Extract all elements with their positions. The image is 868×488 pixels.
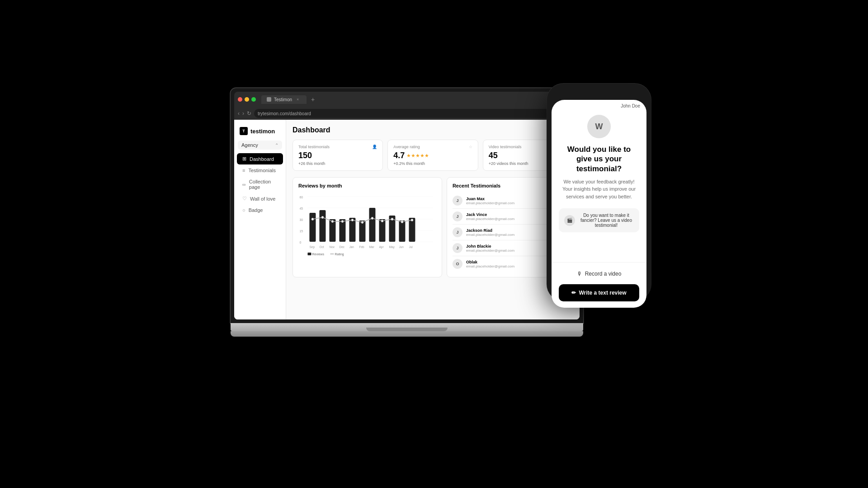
collection-icon: ∞ [242, 182, 246, 187]
svg-point-31 [411, 219, 413, 221]
testimonial-email: email.placeholder@gmail.com [466, 217, 560, 221]
refresh-button[interactable]: ↻ [247, 110, 251, 117]
bottom-row: Reviews by month 60 45 30 15 0 [292, 177, 573, 277]
browser-tab[interactable]: Testimon × [261, 95, 307, 104]
text-review-label: Write a text review [579, 290, 626, 296]
sidebar-item-label: Collection page [249, 179, 278, 190]
svg-point-21 [311, 218, 314, 221]
testimonial-info: Jackson Riad email.placeholder@gmail.com [466, 228, 560, 237]
phone-body: W Would you like to give us your testimo… [552, 110, 646, 262]
sidebar-item-label: Testimonials [248, 168, 276, 173]
sidebar-item-label: Badge [249, 207, 263, 213]
svg-text:Jan: Jan [349, 245, 354, 249]
avatar: O [453, 259, 462, 269]
testimonial-info: Oblak email.placeholder@gmail.com [466, 260, 560, 268]
svg-rect-16 [369, 208, 375, 242]
write-text-review-button[interactable]: ✏ Write a text review [559, 284, 639, 301]
svg-rect-19 [399, 221, 405, 242]
phone-header: John Doe [552, 100, 646, 110]
avatar: J [453, 227, 462, 237]
stat-sub-total: +26 this month [298, 161, 377, 166]
phone-device: John Doe W Would you like to give us you… [547, 84, 651, 300]
forward-button[interactable]: › [242, 110, 244, 117]
logo-icon: T [240, 127, 248, 135]
testimonial-email: email.placeholder@gmail.com [466, 249, 560, 253]
record-label: Record a video [585, 271, 622, 277]
sidebar-item-badge[interactable]: ○ Badge [237, 205, 283, 216]
sidebar: T testimon Agency ⌃ ⊞ Dashboard ≡ Testim… [234, 120, 286, 319]
new-tab-button[interactable]: + [311, 96, 315, 103]
testimonial-email: email.placeholder@gmail.com [466, 201, 560, 205]
svg-point-30 [401, 221, 403, 223]
stat-label-rating: Average rating [393, 145, 420, 149]
sidebar-item-collection[interactable]: ∞ Collection page [237, 176, 283, 192]
svg-point-24 [341, 221, 344, 223]
sidebar-item-dashboard[interactable]: ⊞ Dashboard [237, 153, 283, 164]
sidebar-item-testimonials[interactable]: ≡ Testimonials [237, 165, 283, 176]
stat-sub-rating: +0.2% this month [393, 161, 472, 166]
phone-description: We value your feedback greatly! Your ins… [559, 178, 639, 201]
testimonial-name: Jackson Riad [466, 228, 560, 233]
browser-chrome: Testimon × + [234, 92, 580, 107]
badge-icon: ○ [242, 207, 245, 213]
stat-icon-user: 👤 [372, 145, 377, 149]
sidebar-item-label: Dashboard [250, 156, 274, 162]
svg-text:30: 30 [299, 218, 303, 221]
video-prompt-card[interactable]: 🎬 Do you want to make it fancier? Leave … [559, 208, 639, 232]
svg-rect-15 [359, 221, 365, 242]
back-button[interactable]: ‹ [238, 110, 240, 117]
svg-point-29 [391, 218, 393, 221]
testimonial-name: John Blackie [466, 244, 560, 249]
svg-text:Feb: Feb [359, 245, 364, 249]
laptop: Testimon × + ‹ › ↻ trytesimon.com/dashbo… [231, 88, 583, 350]
sidebar-item-label: Wall of love [250, 196, 275, 202]
stat-value-rating: 4.7 [393, 151, 405, 160]
browser-nav: ‹ › ↻ trytesimon.com/dashboard ⊕ 👤 ⋮ [234, 107, 580, 120]
traffic-lights [238, 97, 256, 102]
mic-icon: 🎙 [577, 271, 582, 277]
heart-icon: ♡ [242, 196, 247, 202]
svg-text:Oct: Oct [319, 245, 324, 249]
svg-point-28 [381, 220, 383, 222]
svg-rect-43 [307, 253, 311, 255]
avatar: J [453, 196, 462, 206]
record-video-button[interactable]: 🎙 Record a video [559, 267, 639, 281]
testimonials-icon: ≡ [242, 168, 245, 173]
tab-close-button[interactable]: × [297, 97, 299, 102]
testimonial-info: Juan Max email.placeholder@gmail.com [466, 197, 560, 205]
address-bar[interactable]: trytesimon.com/dashboard [254, 109, 553, 118]
laptop-notch [366, 328, 448, 331]
svg-text:May: May [389, 245, 395, 249]
browser-content: T testimon Agency ⌃ ⊞ Dashboard ≡ Testim… [234, 120, 580, 319]
svg-text:Dec: Dec [339, 245, 344, 249]
logo-text: testimon [250, 128, 275, 135]
url-text: trytesimon.com/dashboard [258, 111, 311, 116]
dashboard-icon: ⊞ [242, 156, 246, 162]
minimize-window-button[interactable] [245, 97, 249, 102]
maximize-window-button[interactable] [251, 97, 256, 102]
svg-text:Apr: Apr [379, 245, 384, 249]
agency-selector[interactable]: Agency ⌃ [238, 141, 282, 150]
svg-point-27 [371, 217, 373, 220]
stat-card-rating: Average rating ☆ 4.7 ★★★★★ +0.2% this mo… [387, 140, 478, 171]
sidebar-item-wall[interactable]: ♡ Wall of love [237, 193, 283, 204]
stat-label-video: Video testimonials [489, 145, 522, 149]
svg-text:Jun: Jun [399, 245, 404, 249]
testimonial-info: John Blackie email.placeholder@gmail.com [466, 244, 560, 253]
svg-rect-17 [379, 219, 385, 242]
laptop-screen: Testimon × + ‹ › ↻ trytesimon.com/dashbo… [231, 88, 583, 323]
scene: Testimon × + ‹ › ↻ trytesimon.com/dashbo… [231, 75, 637, 413]
testimonial-info: Jack Vince email.placeholder@gmail.com [466, 212, 560, 221]
testimonial-name: Juan Max [466, 197, 560, 201]
video-prompt-icon: 🎬 [564, 215, 575, 226]
logo-area: T testimon [234, 125, 286, 141]
video-prompt-text: Do you want to make it fancier? Leave us… [579, 213, 634, 228]
phone-user-name: John Doe [621, 103, 640, 108]
close-window-button[interactable] [238, 97, 242, 102]
svg-text:Reviews: Reviews [312, 253, 324, 256]
svg-text:15: 15 [299, 230, 303, 233]
testimonial-email: email.placeholder@gmail.com [466, 264, 560, 268]
phone-screen: John Doe W Would you like to give us you… [552, 100, 646, 308]
svg-text:60: 60 [299, 196, 303, 199]
svg-point-26 [361, 221, 363, 224]
